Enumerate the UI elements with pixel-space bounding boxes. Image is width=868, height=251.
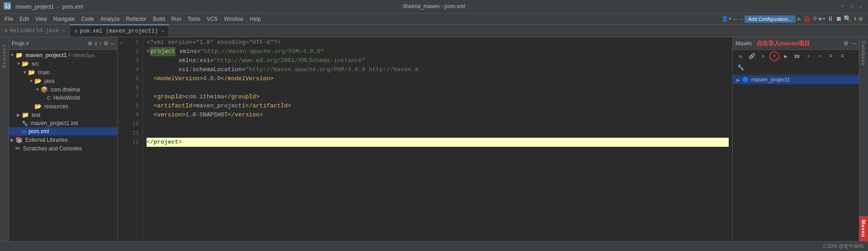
debug-icon[interactable]: 🐞 xyxy=(803,15,811,23)
maven-run-btn[interactable]: ▶ xyxy=(781,51,791,61)
code-line-5: <modelVersion>4.0.0</modelVersion> xyxy=(147,74,729,83)
menu-navigate[interactable]: Navigate xyxy=(51,15,77,23)
tree-label: maven_project1 xyxy=(25,52,66,58)
maven-skip-btn[interactable]: ⚡ xyxy=(815,51,825,61)
maven-strip-label[interactable]: Maven xyxy=(859,216,868,241)
tree-item-test[interactable]: ▶ 📁 test xyxy=(9,111,117,119)
menu-build[interactable]: Build xyxy=(150,15,168,23)
menu-file[interactable]: File xyxy=(2,15,16,23)
menu-code[interactable]: Code xyxy=(78,15,97,23)
panel-icon-collapse[interactable]: ↕ xyxy=(99,40,102,47)
panel-icon-settings[interactable]: ⚙ xyxy=(104,40,109,47)
tab-pomxml-close[interactable]: ✕ xyxy=(161,29,164,34)
tree-item-main[interactable]: ▼ 📂 main xyxy=(9,68,117,77)
tree-item-pom[interactable]: m pom.xml xyxy=(9,127,117,135)
tree-item-helloworld[interactable]: C HelloWorld xyxy=(9,94,117,102)
panel-icon-close[interactable]: ─ xyxy=(110,40,114,47)
title-app-name: maven_project1 xyxy=(15,4,54,10)
maximize-button[interactable]: □ xyxy=(848,3,855,10)
maven-list2-btn[interactable]: ≡ xyxy=(837,51,847,61)
forward-icon[interactable]: → xyxy=(739,15,743,23)
menu-view[interactable]: View xyxy=(33,15,50,23)
toolbar-icon1[interactable]: ⟳ xyxy=(813,15,817,22)
title-bar-left: ij maven_project1 – pom.xml xyxy=(4,2,83,11)
panel-icon-list[interactable]: ≡ xyxy=(94,40,97,47)
title-center: itheima_maven - pom.xml xyxy=(403,3,465,10)
maven-download-btn[interactable]: ⬇ xyxy=(758,51,768,61)
toolbar-icon3[interactable]: ⏸ xyxy=(827,15,834,23)
maven-m-btn[interactable]: m xyxy=(792,51,802,61)
database-strip-label[interactable]: Database xyxy=(859,37,868,69)
code-editor[interactable]: <?xml version="1.0" encoding="UTF-8"?> <… xyxy=(143,37,732,241)
java-icon: C xyxy=(47,95,51,101)
tree-item-maven-project1[interactable]: ▼ 📁 maven_project1 F:\WorkSpa xyxy=(9,51,117,59)
maven-annotation: 点击导入maven项目 xyxy=(756,39,810,48)
maven-wrench-btn[interactable]: 🔧 xyxy=(735,63,745,72)
toolbar-icon4[interactable]: ⏹ xyxy=(835,15,842,23)
tree-item-iml[interactable]: 🔧 maven_project1.iml xyxy=(9,119,117,127)
tree-item-src[interactable]: ▼ 📂 src xyxy=(9,59,117,68)
menu-run[interactable]: Run xyxy=(169,15,184,23)
maven-project-item[interactable]: ▶ 🔵 maven_project1 xyxy=(733,75,859,84)
toolbar-icon2[interactable]: ▶▾ xyxy=(819,15,825,22)
menu-tools[interactable]: Tools xyxy=(185,15,203,23)
folder-icon: 📂 xyxy=(34,103,42,110)
run-green-icon[interactable]: ▶ xyxy=(797,15,801,23)
folder-icon: 📁 xyxy=(22,111,29,118)
tab-helloworld-close[interactable]: ✕ xyxy=(62,28,65,34)
tree-label: External Libraries xyxy=(25,137,67,143)
tree-item-resources[interactable]: 📂 resources xyxy=(9,102,117,111)
search-icon[interactable]: 🔍 xyxy=(844,15,851,23)
tree-label: maven_project1.iml xyxy=(31,120,78,126)
tree-label: resources xyxy=(44,103,68,110)
menu-help[interactable]: Help xyxy=(247,15,264,23)
tree-item-java[interactable]: ▼ 📂 java xyxy=(9,77,117,85)
panel-header-icons: ⊕ ≡ ↕ ⚙ ─ xyxy=(88,40,114,47)
menu-refactor[interactable]: Refactor xyxy=(123,15,149,23)
user-icon[interactable]: 👤▾ xyxy=(721,15,731,22)
menu-window[interactable]: Window xyxy=(221,15,246,23)
editor-content: ✓ 1 2 3 4 5 6 7 8 9 10 11 12 <?xml xyxy=(118,37,732,241)
minimize-button[interactable]: ─ xyxy=(839,3,846,10)
tree-label: com.itheima xyxy=(51,87,80,93)
code-line-10 xyxy=(147,120,729,129)
tree-item-com-itheima[interactable]: ▼ 📦 com.itheima xyxy=(9,85,117,94)
maven-project-icon: 🔵 xyxy=(742,77,749,83)
tree-label: HelloWorld xyxy=(53,95,80,101)
folder-icon: 📂 xyxy=(28,69,35,76)
editor-area: ✓ 1 2 3 4 5 6 7 8 9 10 11 12 <?xml xyxy=(118,37,732,241)
menu-analyze[interactable]: Analyze xyxy=(98,15,123,23)
code-line-1: <?xml version="1.0" encoding="UTF-8"?> xyxy=(147,38,729,47)
maven-tree: ▶ 🔵 maven_project1 xyxy=(733,74,859,241)
update-icon[interactable]: ⬆ xyxy=(853,15,857,23)
menu-vcs[interactable]: VCS xyxy=(204,15,221,23)
tree-item-scratches[interactable]: ✏ Scratches and Consoles xyxy=(9,144,117,153)
maven-tree-arrow: ▶ xyxy=(736,77,740,82)
add-configuration-button[interactable]: Add Configuration... xyxy=(745,15,796,23)
maven-link-btn[interactable]: 🔗 xyxy=(747,51,757,61)
code-line-9: <version>1.0-SNAPSHOT</version> xyxy=(147,111,729,120)
maven-collapse-icon[interactable]: ─ xyxy=(852,40,856,47)
back-icon[interactable]: ← xyxy=(733,15,737,23)
maven-lightning-btn[interactable]: ⚡ xyxy=(803,51,813,61)
code-line-4: xsi:schemaLocation="http://maven.apache.… xyxy=(147,65,729,74)
settings-icon[interactable]: ⚙ xyxy=(859,15,863,23)
maven-title: Maven xyxy=(735,40,752,47)
tree-arrow: ▶ xyxy=(9,137,15,142)
gutter-area: ✓ xyxy=(118,37,125,241)
project-strip-label[interactable]: Project xyxy=(2,43,7,68)
tree-label: pom.xml xyxy=(28,128,49,135)
panel-icon-circle[interactable]: ⊕ xyxy=(88,40,92,47)
tree-arrow: ▼ xyxy=(28,78,34,83)
maven-settings-icon[interactable]: ⚙ xyxy=(844,40,849,47)
code-line-3: xmlns:xsi="http://www.w3.org/2001/XMLSch… xyxy=(147,56,729,65)
maven-list-btn[interactable]: ≡ xyxy=(826,51,836,61)
tab-helloworld[interactable]: C HelloWorld.java ✕ xyxy=(0,24,70,37)
maven-refresh-btn[interactable]: ↻ xyxy=(735,51,745,61)
tree-item-external-libs[interactable]: ▶ 📚 External Libraries xyxy=(9,135,117,144)
menu-edit[interactable]: Edit xyxy=(17,15,32,23)
maven-add-btn[interactable]: + xyxy=(769,51,779,61)
close-button[interactable]: ✕ xyxy=(857,3,864,10)
maven-toolbar: ↻ 🔗 ⬇ + ▶ m ⚡ ⚡ ≡ ≡ 🔧 xyxy=(733,50,859,74)
tab-pomxml[interactable]: m pom.xml (maven_project1) ✕ xyxy=(70,24,169,37)
